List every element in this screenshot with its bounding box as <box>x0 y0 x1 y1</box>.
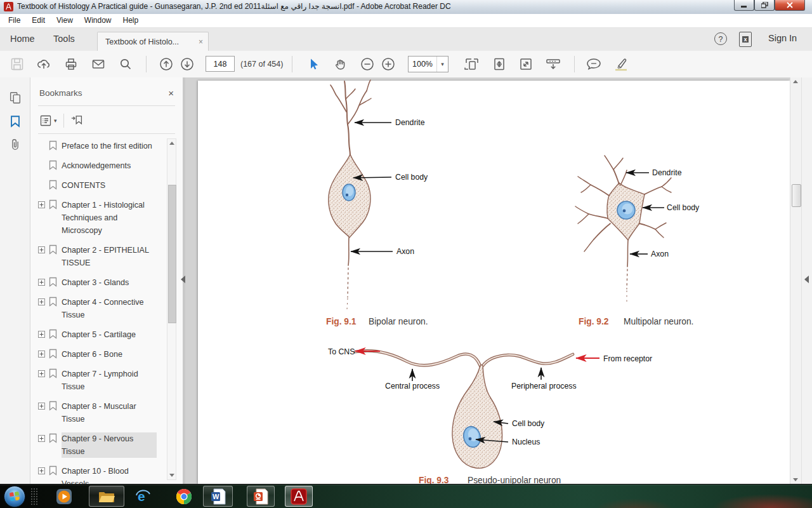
bookmark-icon <box>49 160 57 170</box>
taskbar-chrome-button[interactable] <box>176 488 192 505</box>
bookmark-item[interactable]: Chapter 4 - Connective Tissue <box>38 296 165 321</box>
bookmark-item[interactable]: Chapter 3 - Glands <box>38 276 165 289</box>
bookmark-item[interactable]: Preface to the first edition <box>38 140 165 152</box>
zoom-in-button[interactable] <box>381 57 396 72</box>
bookmark-item[interactable]: Chapter 6 - Bone <box>38 348 165 361</box>
help-button[interactable]: ? <box>714 32 727 45</box>
bookmarks-scrollbar[interactable] <box>167 138 176 480</box>
taskbar-media-player-button[interactable] <box>56 488 72 505</box>
minimize-icon <box>741 3 747 8</box>
share-upload-button[interactable] <box>36 57 51 72</box>
bookmark-options-button[interactable]: ▾ <box>39 114 57 127</box>
menu-file[interactable]: File <box>3 14 26 27</box>
collapse-panel-icon[interactable] <box>181 276 185 283</box>
expand-tools-pane-icon[interactable] <box>804 276 809 283</box>
email-button[interactable] <box>91 57 106 72</box>
taskbar-acrobat-button[interactable] <box>285 486 313 507</box>
tab-tools[interactable]: Tools <box>53 34 75 44</box>
fig-9-3-caption: Pseudo-unipolar neuron <box>468 476 561 484</box>
taskbar-word-button[interactable]: W <box>203 486 233 507</box>
page-down-icon <box>180 57 195 72</box>
bookmark-icon <box>49 465 57 476</box>
selection-tool-button[interactable] <box>306 57 321 72</box>
goto-current-bookmark-button[interactable] <box>70 113 84 128</box>
previous-page-button[interactable] <box>159 57 174 72</box>
expand-icon[interactable] <box>38 331 45 338</box>
save-button[interactable] <box>10 57 25 72</box>
cloud-upload-icon <box>36 57 51 72</box>
bookmark-item[interactable]: Acknowledgements <box>38 159 165 172</box>
taskbar-powerpoint-button[interactable] <box>247 486 275 507</box>
zoom-out-button[interactable] <box>360 57 375 72</box>
bookmark-item-selected[interactable]: Chapter 9 - Nervous Tissue <box>38 432 165 458</box>
document-scrollbar-thumb[interactable] <box>792 184 801 207</box>
expand-icon[interactable] <box>38 370 45 377</box>
bookmarks-scrollbar-thumb[interactable] <box>168 185 176 323</box>
bookmark-item[interactable]: CONTENTS <box>38 179 165 192</box>
bookmarks-panel-header: Bookmarks × <box>39 88 174 98</box>
printer-icon <box>63 57 79 72</box>
scroll-down-icon[interactable] <box>169 474 174 477</box>
sign-in-button[interactable]: Sign In <box>768 33 797 43</box>
menu-edit[interactable]: Edit <box>26 14 51 27</box>
menu-view[interactable]: View <box>51 14 79 27</box>
reading-mode-button[interactable] <box>545 57 560 72</box>
tools-pane-strip[interactable] <box>801 77 812 484</box>
fit-page-button[interactable] <box>492 57 507 72</box>
bookmark-item[interactable]: Chapter 2 - EPITHELIAL TISSUE <box>38 244 165 269</box>
bookmark-item[interactable]: Chapter 1 - Histological Techniques and … <box>38 199 165 237</box>
paperclip-icon <box>8 138 22 152</box>
bookmarks-panel-button[interactable] <box>8 114 22 128</box>
expand-icon[interactable] <box>38 279 45 286</box>
next-page-button[interactable] <box>180 57 195 72</box>
mobile-device-icon[interactable]: x <box>739 32 752 47</box>
envelope-icon <box>91 57 106 72</box>
bookmarks-panel: Bookmarks × ▾ Preface to the first editi… <box>30 77 183 484</box>
toolbar-separator <box>574 56 575 72</box>
document-scrollbar[interactable] <box>790 77 801 484</box>
bookmark-item[interactable]: Chapter 8 - Muscular Tissue <box>38 400 165 425</box>
expand-icon[interactable] <box>38 298 45 305</box>
bookmark-item[interactable]: Chapter 7 - Lymphoid Tissue <box>38 368 165 393</box>
bookmark-item[interactable]: Chapter 10 - Blood Vessels <box>38 465 165 484</box>
fullscreen-button[interactable] <box>518 57 534 72</box>
zoom-level-dropdown[interactable]: 100% ▾ <box>408 56 449 72</box>
comment-button[interactable] <box>586 57 601 72</box>
expand-icon[interactable] <box>38 403 45 410</box>
attachments-panel-button[interactable] <box>8 138 22 152</box>
minimize-button[interactable] <box>734 0 754 11</box>
bookmark-label: Chapter 6 - Bone <box>62 348 157 361</box>
expand-icon[interactable] <box>38 351 45 358</box>
chrome-icon <box>176 488 192 505</box>
label-cell-body: Cell body <box>512 419 545 428</box>
scroll-down-icon[interactable] <box>793 478 798 481</box>
expand-icon[interactable] <box>38 435 45 442</box>
taskbar-explorer-button[interactable] <box>89 486 124 507</box>
highlight-button[interactable] <box>613 57 628 72</box>
close-button[interactable] <box>775 0 805 11</box>
menu-window[interactable]: Window <box>79 14 117 27</box>
taskbar-internet-explorer-button[interactable]: e <box>134 488 151 505</box>
restore-button[interactable] <box>754 0 775 11</box>
window-title: Textbook of Histology A Practical guide … <box>17 2 588 12</box>
options-list-icon <box>39 114 52 127</box>
print-button[interactable] <box>63 57 79 72</box>
tab-home[interactable]: Home <box>10 34 35 44</box>
start-button[interactable] <box>4 486 25 507</box>
expand-icon[interactable] <box>38 467 45 474</box>
bookmarks-panel-close-icon[interactable]: × <box>168 88 174 98</box>
expand-icon[interactable] <box>38 201 45 208</box>
tab-close-icon[interactable]: × <box>199 37 203 46</box>
scroll-up-icon[interactable] <box>793 80 798 83</box>
fit-width-button[interactable] <box>464 57 479 72</box>
hand-tool-button[interactable] <box>333 57 348 72</box>
chevron-down-icon[interactable]: ▾ <box>436 57 448 72</box>
page-number-input[interactable] <box>206 56 235 72</box>
expand-icon[interactable] <box>38 246 45 253</box>
find-button[interactable] <box>118 57 133 72</box>
bookmark-item[interactable]: Chapter 5 - Cartilage <box>38 328 165 341</box>
tab-document[interactable]: Textbook of Histolo... × <box>97 32 209 51</box>
menu-help[interactable]: Help <box>117 14 145 27</box>
scroll-up-icon[interactable] <box>169 142 174 145</box>
page-thumbnails-button[interactable] <box>8 91 22 105</box>
